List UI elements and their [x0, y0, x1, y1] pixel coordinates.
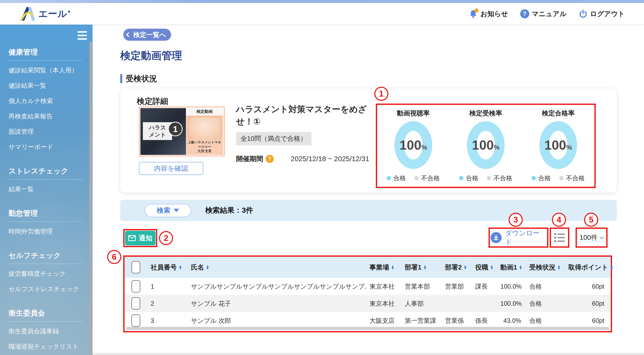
app-logo[interactable]: エール+: [20, 6, 71, 21]
sidebar-item-karte-search[interactable]: 個人カルテ検索: [9, 93, 83, 109]
hamburger-menu-icon[interactable]: [77, 31, 87, 40]
annotation-box-page-size: 100件: [576, 228, 608, 248]
nav-manual[interactable]: ? マニュアル: [520, 9, 567, 18]
section-heading: 受検状況: [120, 73, 157, 84]
sidebar-item-checkup-view[interactable]: 健診結果閲覧（本人用）: [9, 63, 83, 78]
sidebar-item-overtime[interactable]: 時間外労働管理: [9, 224, 83, 239]
annotation-circle-2: 2: [159, 231, 173, 245]
sidebar-item-fatigue-check[interactable]: 疲労蓄積度チェック: [9, 266, 83, 281]
select-all-checkbox[interactable]: [131, 261, 140, 274]
header-nav: お知らせ ? マニュアル ログアウト: [468, 9, 625, 19]
row-checkbox[interactable]: [131, 280, 140, 293]
annotation-box-table: 社員番号 氏名 事業場 部署1 部署2 役職 動画1 受検状況 取得ポイント 1…: [123, 255, 612, 332]
sidebar-item-recheck-report[interactable]: 再検査結果報告: [9, 109, 83, 124]
search-bar: 検索 検索結果：3件: [120, 200, 617, 221]
annotation-box-list-view: [550, 228, 569, 248]
download-icon: [491, 232, 502, 243]
logo-text: エール+: [38, 8, 71, 20]
nav-notice[interactable]: お知らせ: [468, 9, 508, 19]
sidebar-item-patrol-checklist[interactable]: 職場巡視チェックリスト: [9, 339, 83, 354]
chart-legend: 合格 不合格: [532, 174, 585, 182]
chevron-left-icon: [126, 32, 131, 37]
annotation-box-charts: 動画視聴率 100% 合格 不合格 検定受検率 100% 合格 不合格: [376, 104, 596, 188]
sort-icon[interactable]: [610, 265, 613, 269]
sort-icon[interactable]: [557, 265, 561, 269]
donut-chart: 100%: [467, 121, 505, 169]
chart-legend: 合格 不合格: [459, 174, 512, 182]
sidebar-item-summary-board[interactable]: サマリーボード: [9, 139, 83, 155]
search-toggle-button[interactable]: 検索: [145, 204, 191, 217]
sidebar-section-stress: ストレスチェック: [9, 166, 83, 180]
annotation-circle-3: 3: [509, 213, 523, 227]
page-bottom-edge: [93, 353, 644, 355]
card-heading: 検定詳細: [137, 96, 168, 107]
sidebar-section-health: 健康管理: [9, 47, 83, 61]
chevron-down-icon: [599, 235, 604, 239]
envelope-icon: [128, 235, 136, 241]
sidebar-item-self-stress-check[interactable]: セルフストレスチェック: [9, 281, 83, 297]
sidebar-item-interview[interactable]: 面談管理: [9, 124, 83, 139]
annotation-circle-5: 5: [584, 213, 598, 227]
thumbnail-photo: ハラス メント 1: [140, 108, 186, 155]
video-tag: 検定動画: [186, 108, 223, 115]
sort-icon[interactable]: [490, 265, 494, 269]
back-button-label: 検定一覧へ: [133, 30, 166, 39]
chart-pass-rate: 検定合格率 100% 合格 不合格: [522, 105, 594, 187]
sort-icon[interactable]: [423, 265, 427, 269]
sidebar-scrollbar[interactable]: [89, 41, 92, 355]
page-title: 検定動画管理: [120, 49, 182, 63]
confirm-content-button[interactable]: 内容を確認: [139, 162, 203, 175]
thumbnail-overlay-label: ハラス メント: [143, 122, 172, 140]
section-title: 受検状況: [126, 73, 157, 84]
help-icon[interactable]: ?: [266, 155, 274, 163]
thumbnail-instructor-panel: 検定動画 上級ハラスメントマネージャー 大沼 文音: [186, 108, 223, 155]
legend-pass-dot: [387, 176, 391, 180]
donut-chart: 100%: [394, 121, 432, 169]
chart-exam-take-rate: 検定受検率 100% 合格 不合格: [450, 105, 522, 187]
sidebar-item-committee-minutes[interactable]: 衛生委員会議事録: [9, 324, 83, 339]
row-checkbox[interactable]: [131, 297, 140, 310]
back-to-list-button[interactable]: 検定一覧へ: [123, 29, 171, 41]
sidebar-nav: 健康管理 健診結果閲覧（本人用） 健診結果一覧 個人カルテ検索 再検査結果報告 …: [0, 25, 93, 355]
top-accent-bar: [0, 0, 644, 3]
legend-pass-dot: [459, 176, 463, 180]
table-header-row: 社員番号 氏名 事業場 部署1 部署2 役職 動画1 受検状況 取得ポイント: [125, 257, 611, 278]
sidebar-section-selfcheck: セルフチェック: [9, 251, 83, 264]
legend-pass-dot: [532, 176, 536, 180]
sort-icon[interactable]: [463, 265, 467, 269]
section-accent-bar: [120, 74, 122, 83]
annotation-circle-1: 1: [374, 87, 388, 101]
bell-icon: [468, 9, 478, 19]
exam-detail-card: 検定詳細 ハラス メント 1 検定動画 上級ハラスメントマネージャー 大沼 文音…: [120, 88, 617, 193]
page-size-select[interactable]: 100件: [577, 230, 606, 246]
sidebar-item-stress-results[interactable]: 結果一覧: [9, 182, 83, 197]
sort-icon[interactable]: [391, 265, 394, 269]
list-view-icon[interactable]: [554, 232, 565, 243]
nav-logout-label: ログアウト: [590, 9, 625, 18]
course-info: ハラスメント対策マスターをめざせ！① 全10問（満点で合格） 開催期間 ? 20…: [236, 103, 369, 163]
annotation-circle-4: 4: [552, 213, 566, 227]
annotation-circle-6: 6: [107, 250, 121, 264]
legend-fail-dot: [414, 176, 419, 180]
sidebar-section-committee: 衛生委員会: [9, 308, 83, 322]
sort-icon[interactable]: [519, 265, 522, 269]
app-header: エール+ お知らせ ? マニュアル ログアウト: [0, 3, 644, 25]
sort-icon[interactable]: [206, 265, 209, 269]
course-thumbnail[interactable]: ハラス メント 1 検定動画 上級ハラスメントマネージャー 大沼 文音: [139, 107, 225, 156]
row-checkbox[interactable]: [131, 314, 140, 327]
period-row: 開催期間 ? 2025/12/18 ~ 2025/12/31: [236, 154, 369, 163]
nav-logout[interactable]: ログアウト: [579, 9, 625, 18]
logo-mark: [20, 6, 36, 21]
notify-button[interactable]: 通知: [125, 231, 155, 245]
chart-legend: 合格 不合格: [387, 174, 440, 182]
horizontal-scrollbar[interactable]: [126, 327, 609, 330]
download-button[interactable]: ダウンロード: [490, 229, 547, 246]
legend-fail-dot: [559, 176, 564, 180]
sidebar-section-attendance: 勤怠管理: [9, 208, 83, 222]
nav-manual-label: マニュアル: [532, 9, 567, 18]
sort-icon[interactable]: [179, 265, 182, 269]
notification-badge: [474, 9, 478, 13]
sidebar-item-checkup-list[interactable]: 健診結果一覧: [9, 78, 83, 93]
donut-chart: 100%: [539, 121, 577, 169]
instructor-caption: 上級ハラスメントマネージャー 大沼 文音: [186, 140, 223, 155]
